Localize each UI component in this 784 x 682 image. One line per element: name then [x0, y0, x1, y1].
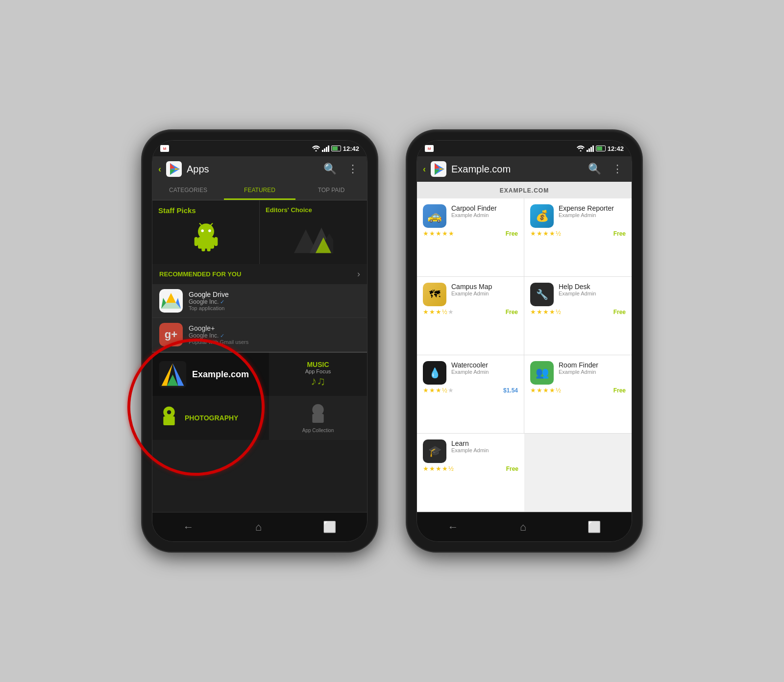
- svg-rect-8: [194, 237, 197, 246]
- campus-map-item[interactable]: 🗺 Campus Map Example Admin ★ ★ ★ ½ ★: [417, 277, 524, 355]
- learn-item[interactable]: 🎓 Learn Example Admin ★ ★ ★ ★ ½: [417, 434, 524, 512]
- bottom-nav-1: ← ⌂ ⬜: [152, 512, 367, 541]
- tab-featured[interactable]: FEATURED: [224, 182, 295, 200]
- recommended-arrow-icon: ›: [357, 269, 360, 279]
- google-plus-item[interactable]: g+ Google+ Google Inc. ✓ Popular with Gm…: [152, 318, 367, 352]
- watercooler-stars-row: ★ ★ ★ ½ ★ $1.54: [423, 387, 518, 394]
- svg-rect-34: [163, 416, 174, 425]
- music-sub: App Focus: [305, 368, 331, 374]
- tab-categories[interactable]: CATEGORIES: [152, 182, 224, 200]
- tab-top-paid[interactable]: TOP PAID: [295, 182, 367, 200]
- play-store-logo-1: [166, 161, 182, 177]
- svg-point-38: [580, 150, 581, 152]
- carpool-stars-row: ★ ★ ★ ★ ★ Free: [423, 230, 518, 237]
- search-icon-1[interactable]: 🔍: [320, 160, 340, 178]
- roomfinder-stars: ★ ★ ★ ★ ½: [530, 387, 561, 394]
- recents-nav-btn-1[interactable]: ⬜: [323, 521, 336, 534]
- expense-stars-row: ★ ★ ★ ★ ½ Free: [530, 230, 626, 237]
- carpool-price: Free: [506, 230, 518, 237]
- carpool-top: 🚕 Carpool Finder Example Admin: [423, 204, 518, 228]
- home-nav-btn-2[interactable]: ⌂: [520, 521, 526, 534]
- learn-icon: 🎓: [423, 439, 446, 463]
- editors-choice-label: Editors' Choice: [266, 206, 312, 214]
- helpdesk-name: Help Desk: [559, 283, 626, 291]
- learn-dev: Example Admin: [451, 447, 518, 453]
- watercooler-icon: 💧: [423, 361, 446, 385]
- status-time-2: 12:42: [608, 145, 624, 152]
- carpool-dev: Example Admin: [451, 212, 518, 218]
- svg-point-35: [167, 410, 171, 414]
- home-nav-btn-1[interactable]: ⌂: [255, 521, 262, 534]
- back-button-2[interactable]: ‹: [423, 164, 426, 174]
- helpdesk-dev: Example Admin: [559, 291, 626, 296]
- search-icon-2[interactable]: 🔍: [585, 160, 604, 178]
- svg-point-0: [315, 150, 317, 152]
- google-drive-icon: [159, 289, 183, 313]
- phone-1-screen: M 12:42 ‹: [152, 140, 368, 542]
- banner-right-photo: App Collection: [269, 396, 367, 440]
- campus-stars: ★ ★ ★ ½ ★: [423, 308, 454, 316]
- learn-name: Learn: [451, 439, 518, 447]
- overflow-menu-icon-2[interactable]: ⋮: [609, 160, 626, 178]
- empty-grid-cell: [524, 434, 632, 512]
- photography-banner[interactable]: PHOTOGRAPHY App Collection: [152, 396, 367, 440]
- roomfinder-price: Free: [613, 387, 626, 394]
- back-nav-btn-2[interactable]: ←: [448, 521, 459, 534]
- back-nav-btn-1[interactable]: ←: [183, 521, 194, 534]
- tabs-1: CATEGORIES FEATURED TOP PAID: [152, 182, 367, 200]
- svg-rect-10: [201, 245, 205, 251]
- app-grid: 🚕 Carpool Finder Example Admin ★ ★ ★ ★ ★: [417, 198, 632, 512]
- wifi-icon: [312, 146, 320, 151]
- recommended-header[interactable]: RECOMMENDED FOR YOU ›: [152, 264, 367, 284]
- example-com-banner[interactable]: Example.com MUSIC App Focus ♪♫: [152, 352, 367, 396]
- watercooler-top: 💧 Watercooler Example Admin: [423, 361, 518, 385]
- svg-rect-7: [198, 237, 214, 249]
- overflow-menu-icon-1[interactable]: ⋮: [344, 160, 361, 178]
- status-icons-2: 12:42: [577, 145, 624, 152]
- expense-top: 💰 Expense Reporter Example Admin: [530, 204, 626, 228]
- expense-stars: ★ ★ ★ ★ ½: [530, 230, 561, 237]
- svg-point-36: [312, 404, 323, 415]
- example-com-title: Example.com: [192, 369, 249, 380]
- expense-name: Expense Reporter: [559, 204, 626, 212]
- signal-bars-2: [587, 146, 594, 152]
- help-desk-item[interactable]: 🔧 Help Desk Example Admin ★ ★ ★ ★ ½: [524, 277, 632, 355]
- campus-dev: Example Admin: [451, 291, 518, 296]
- gplus-logo: g+: [159, 323, 183, 346]
- recents-nav-btn-2[interactable]: ⬜: [588, 521, 601, 534]
- google-drive-item[interactable]: Google Drive Google Inc. ✓ Top applicati…: [152, 284, 367, 318]
- carpool-info: Carpool Finder Example Admin: [451, 204, 518, 218]
- verified-badge-2: ✓: [220, 333, 224, 339]
- example-com-logo: [159, 361, 186, 388]
- staff-picks-label: Staff Picks: [158, 206, 196, 215]
- carpool-finder-item[interactable]: 🚕 Carpool Finder Example Admin ★ ★ ★ ★ ★: [417, 198, 524, 277]
- roomfinder-top: 👥 Room Finder Example Admin: [530, 361, 626, 385]
- app-bar-1: ‹ Apps 🔍 ⋮: [152, 156, 367, 182]
- bottom-nav-2: ← ⌂ ⬜: [417, 512, 632, 541]
- staff-picks-cell[interactable]: Staff Picks: [152, 200, 260, 264]
- watercooler-item[interactable]: 💧 Watercooler Example Admin ★ ★ ★ ½ ★: [417, 355, 524, 434]
- editors-choice-cell[interactable]: Editors' Choice: [260, 200, 367, 264]
- google-drive-info: Google Drive Google Inc. ✓ Top applicati…: [189, 291, 360, 311]
- room-finder-item[interactable]: 👥 Room Finder Example Admin ★ ★ ★ ★ ½: [524, 355, 632, 434]
- screen-content-2: EXAMPLE.COM 🚕 Carpool Finder Example Adm…: [417, 182, 632, 512]
- drive-logo: [159, 289, 183, 313]
- learn-stars-row: ★ ★ ★ ★ ½ Free: [423, 465, 518, 472]
- photography-android-icon: [159, 406, 179, 430]
- app-bar-title-1: Apps: [187, 164, 316, 175]
- editors-choice-graphic: [294, 221, 333, 253]
- google-plus-dev: Google Inc. ✓: [189, 332, 360, 339]
- expense-reporter-item[interactable]: 💰 Expense Reporter Example Admin ★ ★ ★ ★: [524, 198, 632, 277]
- helpdesk-price: Free: [613, 309, 626, 316]
- svg-point-13: [208, 229, 211, 232]
- battery-icon-1: [331, 146, 341, 151]
- learn-stars: ★ ★ ★ ★ ½: [423, 465, 454, 472]
- featured-grid: Staff Picks: [152, 200, 367, 264]
- watercooler-name: Watercooler: [451, 361, 518, 369]
- back-button-1[interactable]: ‹: [158, 164, 161, 174]
- roomfinder-stars-row: ★ ★ ★ ★ ½ Free: [530, 387, 626, 394]
- svg-rect-37: [312, 414, 323, 422]
- carpool-stars: ★ ★ ★ ★ ★: [423, 230, 454, 237]
- google-plus-icon: g+: [159, 323, 183, 346]
- photography-android-right-icon: [308, 403, 328, 428]
